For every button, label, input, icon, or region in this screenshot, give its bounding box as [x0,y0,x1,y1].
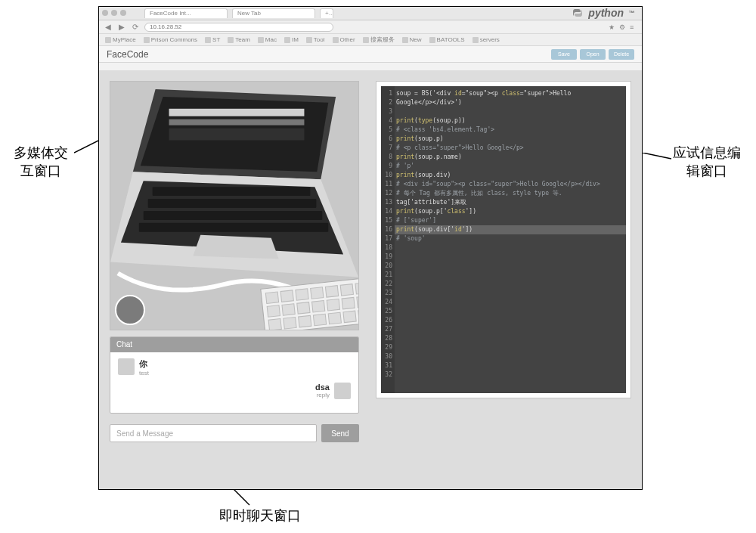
svg-rect-12 [148,199,317,208]
chat-header: Chat [110,337,358,352]
chat-name: 你 [139,358,149,370]
url-input[interactable]: 10.16.28.52 [144,23,333,32]
laptop-image [110,82,358,330]
svg-rect-20 [311,287,324,299]
save-button[interactable]: Save [551,49,577,60]
close-icon[interactable] [102,10,108,16]
chat-body: 你 test dsa reply [110,352,358,413]
avatar[interactable] [115,295,145,325]
chat-name: dsa [315,383,330,392]
python-icon [572,8,584,18]
svg-rect-11 [153,187,311,196]
svg-rect-13 [144,211,323,220]
svg-rect-27 [312,301,325,313]
svg-rect-33 [299,315,311,327]
svg-rect-22 [340,284,353,296]
bookmark-item[interactable]: Other [333,36,355,43]
svg-rect-24 [267,305,280,318]
label-multimedia: 多媒体交 互窗口 [3,144,79,181]
bookmarks-bar: MyPlace Prison Commons ST Team Mac IM To… [99,34,642,46]
bookmark-item[interactable]: ST [205,36,220,43]
chat-meta: test [139,370,149,377]
chat-meta: reply [317,392,330,398]
svg-rect-31 [268,319,281,330]
tab-newtab[interactable]: New Tab [232,8,315,18]
maximize-icon[interactable] [120,10,126,16]
svg-rect-19 [296,289,308,301]
label-editor: 应试信息编 辑窗口 [665,144,748,181]
page-title: FaceCode [107,49,148,60]
code-gutter: 1234567891011121314151617181920212223242… [381,86,395,393]
svg-rect-25 [282,304,295,316]
bookmark-item[interactable]: Prison Commons [144,36,197,43]
svg-rect-32 [284,317,296,329]
avatar [334,383,351,399]
bookmark-item[interactable]: IM [284,36,299,43]
url-toolbar: ◀ ▶ ⟳ 10.16.28.52 ★ ⚙ ≡ [99,20,642,34]
app-header: FaceCode Save Open Delete [99,46,642,63]
svg-rect-29 [342,297,355,309]
bookmark-item[interactable]: BATOOLS [429,36,465,43]
bookmark-item[interactable]: New [402,36,422,43]
svg-rect-17 [265,292,278,304]
star-icon[interactable]: ★ [609,23,616,31]
multimedia-window[interactable] [110,81,359,330]
left-column: Chat 你 test dsa reply [110,81,359,479]
svg-marker-15 [193,235,278,259]
callout-line-editor [643,153,673,168]
svg-rect-21 [325,286,338,298]
send-button[interactable]: Send [321,424,359,442]
browser-window: FaceCode Int... New Tab + python™ ◀ ▶ ⟳ … [98,6,643,490]
chat-input[interactable]: Send a Message [110,424,317,442]
bookmark-item[interactable]: Team [228,36,250,43]
bookmark-item[interactable]: Tool [306,36,325,43]
svg-rect-8 [169,129,305,141]
menu-icon[interactable]: ≡ [630,23,637,31]
svg-rect-7 [169,119,305,126]
back-icon[interactable]: ◀ [104,23,113,32]
svg-rect-28 [327,299,339,311]
svg-rect-6 [169,109,305,116]
svg-line-1 [643,153,671,159]
tab-facecode[interactable]: FaceCode Int... [144,8,228,18]
code-editor[interactable]: 1234567891011121314151617181920212223242… [381,86,626,393]
titlebar: FaceCode Int... New Tab + python™ [99,7,642,20]
gear-icon[interactable]: ⚙ [619,23,627,31]
chat-message-right: dsa reply [118,383,351,399]
window-controls[interactable] [102,10,126,16]
label-chat: 即时聊天窗口 [200,507,321,525]
svg-rect-35 [328,312,341,324]
browser-tabs: FaceCode Int... New Tab + [144,8,333,18]
svg-rect-14 [139,223,328,232]
bookmark-item[interactable]: servers [472,36,500,43]
chat-window: Chat 你 test dsa reply [110,336,359,414]
delete-button[interactable]: Delete [609,49,634,60]
svg-rect-18 [280,290,293,302]
chat-message-left: 你 test [118,358,351,377]
python-logo: python™ [572,7,634,19]
code-text: soup = BS('<div id="soup"><p class="supe… [396,89,623,243]
chat-input-row: Send a Message Send [110,424,359,442]
right-column: 1234567891011121314151617181920212223242… [376,81,631,479]
bookmark-item[interactable]: MyPlace [105,36,136,43]
svg-rect-26 [297,302,310,315]
tab-plus[interactable]: + [320,8,333,18]
svg-rect-34 [313,314,326,326]
app-content: Chat 你 test dsa reply [99,70,642,489]
open-button[interactable]: Open [580,49,606,60]
bookmark-item[interactable]: 搜索服务 [363,36,395,44]
reload-icon[interactable]: ⟳ [131,23,140,32]
avatar [118,358,135,375]
bookmark-item[interactable]: Mac [258,36,277,43]
svg-rect-36 [343,311,356,323]
minimize-icon[interactable] [111,10,117,16]
code-editor-window[interactable]: 1234567891011121314151617181920212223242… [376,81,631,398]
forward-icon[interactable]: ▶ [117,23,126,32]
